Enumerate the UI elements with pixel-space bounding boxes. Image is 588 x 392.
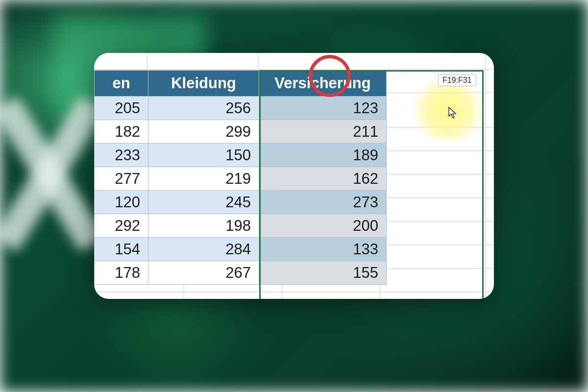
cell-selected[interactable]: 200 [259,214,387,238]
col-header-kleidung[interactable]: Kleidung [148,71,259,97]
expense-table[interactable]: en Kleidung Versicherung 205 256 123 182… [94,70,387,285]
screenshot-card: en Kleidung Versicherung 205 256 123 182… [94,53,494,299]
excel-x-logo [0,96,108,252]
cell-selected[interactable]: 273 [259,191,387,214]
cell[interactable]: 256 [148,97,259,120]
cell[interactable]: 292 [95,214,148,238]
cell-selected[interactable]: 211 [259,120,387,144]
cell[interactable]: 245 [148,191,259,214]
col-header-versicherung[interactable]: Versicherung [259,71,387,97]
cell[interactable]: 205 [95,97,148,120]
col-header-truncated[interactable]: en [95,71,148,97]
table-header-row: en Kleidung Versicherung [95,71,387,97]
range-tooltip: F19:F31 [438,74,476,86]
cell[interactable]: 267 [148,261,259,285]
cell[interactable]: 299 [148,120,259,144]
table-row[interactable]: 182 299 211 [95,120,387,144]
cell[interactable]: 219 [148,167,259,191]
table-row[interactable]: 205 256 123 [95,97,387,120]
table-row[interactable]: 120 245 273 [95,191,387,214]
cell-selected[interactable]: 162 [259,167,387,191]
table-row[interactable]: 277 219 162 [95,167,387,191]
cell-selected[interactable]: 133 [259,238,387,261]
table-row[interactable]: 233 150 189 [95,144,387,167]
cell[interactable]: 120 [95,191,148,214]
cell-selected[interactable]: 123 [259,97,387,120]
cell-selected[interactable]: 189 [259,144,387,167]
table-row[interactable]: 154 284 133 [95,238,387,261]
partial-row-sliver [94,53,386,70]
cell[interactable]: 154 [95,238,148,261]
cell[interactable]: 178 [95,261,148,285]
table-row[interactable]: 292 198 200 [95,214,387,238]
cell[interactable]: 233 [95,144,148,167]
cell[interactable]: 150 [148,144,259,167]
cell[interactable]: 182 [95,120,148,144]
cell[interactable]: 284 [148,238,259,261]
cell[interactable]: 277 [95,167,148,191]
cell-selected[interactable]: 155 [259,261,387,285]
table-row[interactable]: 178 267 155 [95,261,387,285]
cell[interactable]: 198 [148,214,259,238]
